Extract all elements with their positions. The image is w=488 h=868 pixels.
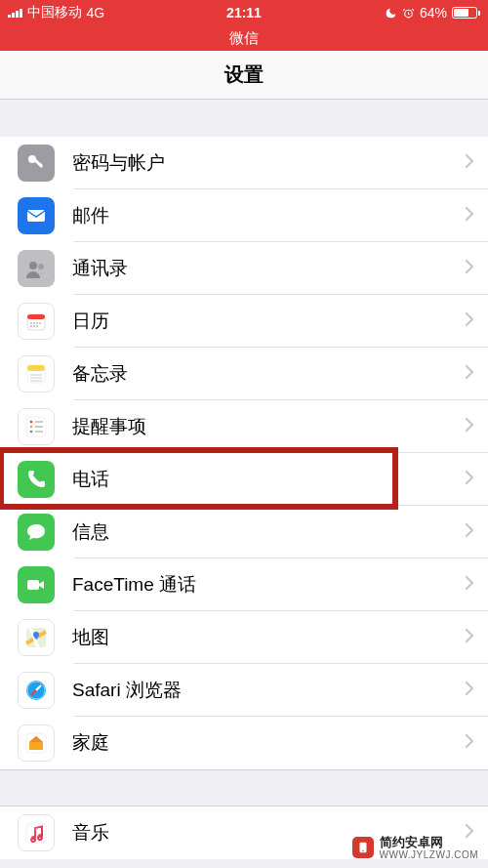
row-label: 密码与帐户 bbox=[72, 150, 465, 176]
status-bar: 中国移动 4G 21:11 64% bbox=[0, 0, 488, 25]
svg-point-11 bbox=[36, 322, 38, 324]
key-icon bbox=[18, 145, 55, 182]
battery-icon bbox=[452, 7, 480, 19]
svg-point-6 bbox=[38, 264, 44, 269]
svg-rect-2 bbox=[34, 159, 43, 168]
settings-row-contacts[interactable]: 通讯录 bbox=[0, 242, 488, 295]
svg-point-10 bbox=[33, 322, 35, 324]
watermark: 简约安卓网 WWW.JYLZWJ.COM bbox=[348, 834, 482, 862]
svg-point-34 bbox=[31, 836, 35, 840]
settings-row-passwords[interactable]: 密码与帐户 bbox=[0, 137, 488, 189]
settings-row-maps[interactable]: 地图 bbox=[0, 611, 488, 664]
page-title: 设置 bbox=[224, 62, 264, 88]
settings-row-notes[interactable]: 备忘录 bbox=[0, 348, 488, 400]
svg-point-13 bbox=[30, 325, 32, 327]
chevron-right-icon bbox=[465, 311, 474, 331]
signal-icon bbox=[8, 8, 22, 18]
svg-point-23 bbox=[30, 426, 33, 429]
section-spacer bbox=[0, 100, 488, 137]
svg-point-12 bbox=[39, 322, 41, 324]
reminders-icon bbox=[18, 408, 55, 445]
svg-point-15 bbox=[36, 325, 38, 327]
battery-pct: 64% bbox=[420, 5, 447, 21]
chevron-right-icon bbox=[465, 153, 474, 173]
settings-list: 密码与帐户 邮件 通讯录 日历 备忘录 提醒事项 电话 信息 FaceTime bbox=[0, 137, 488, 769]
svg-rect-8 bbox=[27, 314, 45, 319]
status-left: 中国移动 4G bbox=[8, 4, 104, 21]
svg-point-14 bbox=[33, 325, 35, 327]
alarm-icon bbox=[402, 7, 415, 20]
chevron-right-icon bbox=[465, 628, 474, 647]
maps-icon bbox=[18, 619, 55, 656]
messages-icon bbox=[18, 514, 55, 551]
settings-row-home[interactable]: 家庭 bbox=[0, 717, 488, 769]
chevron-right-icon bbox=[465, 470, 474, 489]
music-icon bbox=[18, 814, 55, 851]
nav-bar: 微信 bbox=[0, 25, 488, 51]
nav-title: 微信 bbox=[229, 29, 259, 48]
mail-icon bbox=[18, 197, 55, 234]
status-time: 21:11 bbox=[226, 5, 262, 21]
row-label: 地图 bbox=[72, 625, 465, 650]
group-gap bbox=[0, 769, 488, 806]
phone-icon bbox=[18, 461, 55, 498]
chevron-right-icon bbox=[465, 364, 474, 384]
chevron-right-icon bbox=[465, 417, 474, 436]
settings-row-messages[interactable]: 信息 bbox=[0, 506, 488, 558]
svg-point-1 bbox=[28, 155, 36, 163]
row-label: 备忘录 bbox=[72, 361, 465, 387]
chevron-right-icon bbox=[465, 259, 474, 278]
status-right: 64% bbox=[385, 5, 480, 21]
svg-point-24 bbox=[30, 431, 33, 434]
chevron-right-icon bbox=[465, 681, 474, 700]
facetime-icon bbox=[18, 566, 55, 603]
settings-row-phone[interactable]: 电话 bbox=[0, 453, 488, 506]
svg-point-22 bbox=[30, 421, 33, 424]
network-label: 4G bbox=[87, 5, 105, 21]
svg-rect-28 bbox=[27, 580, 39, 590]
home-icon bbox=[18, 724, 55, 762]
row-label: 提醒事项 bbox=[72, 414, 465, 439]
notes-icon bbox=[18, 355, 55, 393]
chevron-right-icon bbox=[465, 206, 474, 226]
moon-icon bbox=[385, 7, 397, 20]
chevron-right-icon bbox=[465, 733, 474, 753]
carrier-label: 中国移动 bbox=[27, 4, 82, 21]
watermark-title: 简约安卓网 bbox=[380, 836, 478, 849]
contacts-icon bbox=[18, 250, 55, 287]
row-label: 通讯录 bbox=[72, 256, 465, 281]
row-label: 电话 bbox=[72, 467, 465, 492]
row-label: 邮件 bbox=[72, 203, 465, 228]
safari-icon bbox=[18, 672, 55, 709]
row-label: 日历 bbox=[72, 309, 465, 334]
settings-row-facetime[interactable]: FaceTime 通话 bbox=[0, 558, 488, 611]
watermark-url: WWW.JYLZWJ.COM bbox=[380, 849, 478, 860]
settings-row-safari[interactable]: Safari 浏览器 bbox=[0, 664, 488, 717]
row-label: Safari 浏览器 bbox=[72, 678, 465, 703]
svg-rect-4 bbox=[27, 210, 45, 222]
settings-row-reminders[interactable]: 提醒事项 bbox=[0, 400, 488, 453]
svg-point-5 bbox=[29, 262, 37, 269]
settings-row-mail[interactable]: 邮件 bbox=[0, 189, 488, 242]
svg-point-35 bbox=[38, 834, 42, 838]
calendar-icon bbox=[18, 303, 55, 340]
page-title-bar: 设置 bbox=[0, 51, 488, 100]
row-label: FaceTime 通话 bbox=[72, 572, 465, 598]
watermark-logo-icon bbox=[352, 837, 374, 858]
row-label: 家庭 bbox=[72, 730, 465, 756]
chevron-right-icon bbox=[465, 575, 474, 595]
row-label: 信息 bbox=[72, 519, 465, 545]
svg-point-9 bbox=[30, 322, 32, 324]
svg-rect-17 bbox=[27, 365, 45, 371]
settings-row-calendar[interactable]: 日历 bbox=[0, 295, 488, 348]
chevron-right-icon bbox=[465, 522, 474, 542]
svg-point-38 bbox=[362, 850, 363, 851]
